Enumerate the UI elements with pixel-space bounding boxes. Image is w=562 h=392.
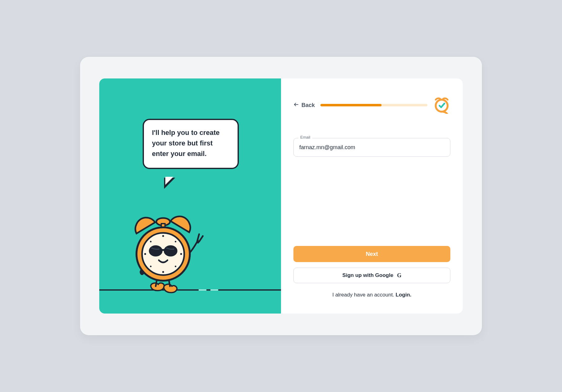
google-signup-label: Sign up with Google xyxy=(342,272,393,278)
login-line: I already have an account. Login. xyxy=(293,292,450,298)
svg-point-7 xyxy=(162,235,164,237)
svg-point-2 xyxy=(197,241,199,243)
svg-point-11 xyxy=(150,241,152,243)
alarm-clock-mascot-illustration xyxy=(118,205,205,298)
speech-bubble-text: I'll help you to create your store but f… xyxy=(152,127,230,159)
email-label: Email xyxy=(298,135,312,140)
svg-point-10 xyxy=(180,253,182,255)
back-button[interactable]: Back xyxy=(293,102,315,109)
app-frame: I'll help you to create your store but f… xyxy=(80,57,482,335)
actions-block: Next Sign up with Google G I already hav… xyxy=(293,246,450,298)
svg-point-12 xyxy=(175,241,176,243)
existing-account-text: I already have an account. xyxy=(332,292,395,298)
svg-point-8 xyxy=(162,271,164,273)
svg-point-16 xyxy=(164,245,177,256)
signup-google-button[interactable]: Sign up with Google G xyxy=(293,268,450,283)
speech-bubble: I'll help you to create your store but f… xyxy=(143,119,239,169)
svg-point-9 xyxy=(144,253,146,255)
progress-bar xyxy=(320,104,427,106)
svg-point-6 xyxy=(142,233,184,275)
header-row: Back xyxy=(293,96,450,114)
next-button[interactable]: Next xyxy=(293,246,450,262)
alarm-clock-check-logo-icon xyxy=(433,96,450,114)
progress-fill xyxy=(320,104,381,106)
ground-dash xyxy=(210,289,218,291)
form-panel: Back Email xyxy=(281,78,463,314)
svg-rect-17 xyxy=(161,249,165,251)
back-label: Back xyxy=(301,102,315,109)
svg-point-14 xyxy=(175,266,176,267)
google-g-icon: G xyxy=(397,272,401,279)
svg-point-13 xyxy=(150,266,152,267)
onboarding-card: I'll help you to create your store but f… xyxy=(99,78,463,314)
email-field-wrap: Email xyxy=(293,138,450,157)
email-input[interactable] xyxy=(293,138,450,157)
login-link[interactable]: Login. xyxy=(396,292,412,298)
svg-point-15 xyxy=(149,245,163,256)
illustration-panel: I'll help you to create your store but f… xyxy=(99,78,281,314)
arrow-left-icon xyxy=(293,102,299,109)
